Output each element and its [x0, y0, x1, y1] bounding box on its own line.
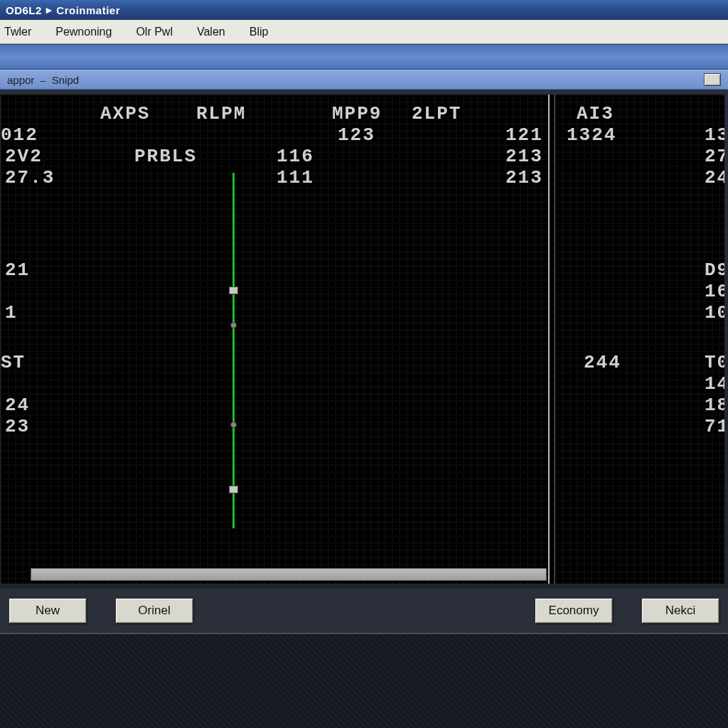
header-2lpt: 2LPT	[412, 103, 461, 124]
header-axps: AXPS	[100, 103, 150, 124]
slider-marker-icon	[230, 322, 237, 328]
header-rlpm: RLPM	[196, 103, 246, 124]
subheader-collapse-button[interactable]	[704, 73, 721, 86]
r-colR-g2c: 18	[705, 395, 725, 416]
economy-button[interactable]: Economy	[535, 598, 613, 623]
new-button[interactable]: New	[9, 598, 87, 623]
horizontal-scrollbar[interactable]	[31, 568, 547, 581]
r-colR-g1b: 16	[705, 281, 725, 302]
col1-b: 2V2	[5, 146, 43, 167]
title-bar: OD6L2 ▸ Croinmatier	[0, 0, 728, 20]
header-mpp9: MPP9	[332, 103, 382, 124]
subheader-right[interactable]: Snipd	[52, 74, 79, 86]
col3-b: 111	[277, 167, 314, 188]
header-prbls: PRBLS	[134, 146, 197, 167]
vertical-slider-track[interactable]	[232, 173, 235, 528]
r-colR-g1c: 10	[705, 302, 725, 323]
menu-pewnoning[interactable]: Pewnoning	[55, 26, 112, 38]
col4-a: 123	[338, 124, 375, 146]
toolbar-strip	[0, 44, 728, 70]
menu-valen[interactable]: Valen	[197, 26, 225, 38]
slider-marker-icon	[230, 422, 237, 428]
sub-header: appor – Snipd	[0, 70, 728, 90]
r-colL-mid: 244	[584, 352, 621, 373]
r-colR-a: 13	[705, 124, 725, 146]
col1-g2c: 23	[5, 416, 30, 437]
bottom-button-bar: New Orinel Economy Nekci	[0, 589, 728, 633]
document-name: Croinmatier	[56, 4, 120, 16]
subheader-left[interactable]: appor	[7, 74, 34, 86]
header-ai3: AI3	[577, 103, 614, 124]
col1-c: 27.3	[5, 167, 55, 188]
col5-c: 213	[505, 167, 543, 188]
footer-area	[0, 633, 728, 728]
title-separator-icon: ▸	[46, 4, 53, 16]
subheader-separator-icon: –	[40, 74, 46, 86]
r-colR-g2d: 71	[705, 416, 725, 437]
r-colR-c: 24	[705, 167, 725, 188]
menu-olr-pwl[interactable]: Olr Pwl	[136, 26, 173, 38]
viewport-container: AXPS RLPM MPP9 2LPT PRBLS 012 2V2 27.3 2…	[0, 90, 728, 589]
r-colR-b: 27	[705, 146, 725, 167]
col5-a: 121	[505, 124, 543, 146]
slider-handle-bottom[interactable]	[229, 486, 238, 493]
orinel-button[interactable]: Orinel	[115, 598, 193, 623]
col1-g1b: 1	[5, 302, 18, 323]
col3-a: 116	[277, 146, 314, 167]
data-viewport: AXPS RLPM MPP9 2LPT PRBLS 012 2V2 27.3 2…	[0, 94, 725, 584]
menu-bar: Twler Pewnoning Olr Pwl Valen Blip	[0, 20, 728, 44]
r-colR-g2b: 14	[705, 373, 725, 395]
col1-g2a: ST	[1, 352, 26, 373]
pane-divider[interactable]	[548, 95, 555, 584]
r-colR-g1a: D9	[705, 259, 725, 281]
col5-b: 213	[505, 146, 543, 167]
menu-twler[interactable]: Twler	[4, 26, 31, 38]
col1-g2b: 24	[5, 395, 30, 416]
app-name: OD6L2	[6, 4, 42, 16]
menu-blip[interactable]: Blip	[250, 26, 269, 38]
r-colR-g2a: T0	[705, 352, 725, 373]
r-colL-a: 1324	[567, 124, 616, 146]
col1-g1a: 21	[5, 259, 30, 281]
col1-a: 012	[1, 124, 38, 146]
nekci-button[interactable]: Nekci	[641, 598, 719, 623]
slider-handle-top[interactable]	[229, 287, 238, 294]
